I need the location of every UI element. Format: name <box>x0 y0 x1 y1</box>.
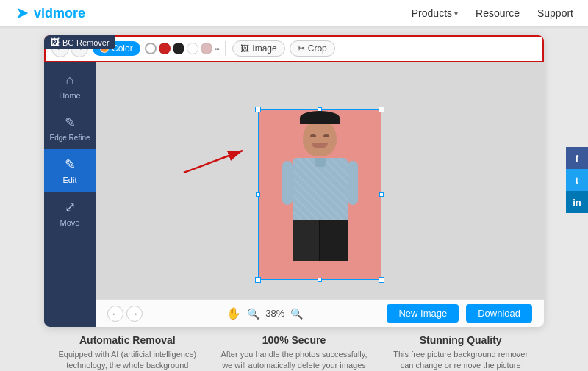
edge-refine-icon: ✎ <box>65 115 76 131</box>
toolbar-separator <box>225 41 226 56</box>
action-buttons: New Image Download <box>387 304 532 323</box>
nav-resource[interactable]: Resource <box>476 7 520 19</box>
canvas-prev-button[interactable]: ← <box>107 306 123 322</box>
handle-lm[interactable] <box>256 192 260 197</box>
main-content: 🖼 BG Remover ← → Color ··· <box>0 26 588 371</box>
social-sidebar: f t in <box>566 147 588 213</box>
bg-remover-badge: 🖼 BG Remover <box>44 35 115 49</box>
feature-secure: 100% Secure After you handle the photos … <box>220 334 368 371</box>
logo[interactable]: vidmore <box>15 5 85 21</box>
edit-icon: ✎ <box>65 156 76 173</box>
black-swatch[interactable] <box>173 43 184 54</box>
image-button[interactable]: 🖼 Image <box>232 40 284 57</box>
editor-content: ⌂ Home ✎ Edge Refine ✎ Edit ⤢ Move <box>44 62 544 327</box>
zoom-in-icon[interactable]: 🔍 <box>290 308 303 320</box>
handle-bm[interactable] <box>318 278 322 282</box>
facebook-button[interactable]: f <box>566 147 588 169</box>
edited-image <box>258 109 381 280</box>
canvas-area: ← → ✋ 🔍 38% 🔍 New Image Download <box>96 62 544 327</box>
edit-toolbar: ← → Color ··· 🖼 Image ✂ Cr <box>44 35 544 62</box>
crop-button[interactable]: ✂ Crop <box>290 40 335 57</box>
twitter-button[interactable]: t <box>566 169 588 191</box>
sidebar-item-edge-refine[interactable]: ✎ Edge Refine <box>44 107 96 149</box>
logo-icon <box>15 5 31 21</box>
canvas-footer: ← → ✋ 🔍 38% 🔍 New Image Download <box>96 299 544 327</box>
header: vidmore Products ▾ Resource Support <box>0 0 588 26</box>
svg-line-2 <box>184 151 243 173</box>
zoom-controls: ✋ 🔍 38% 🔍 <box>226 306 303 320</box>
color-swatches: ··· <box>145 43 219 54</box>
nav-products[interactable]: Products ▾ <box>412 7 458 19</box>
logo-text: vidmore <box>34 6 85 21</box>
arrow-annotation <box>140 136 257 195</box>
linkedin-button[interactable]: in <box>566 191 588 213</box>
handle-rm[interactable] <box>379 192 384 197</box>
more-swatches-button[interactable]: ··· <box>215 43 219 54</box>
feature-automatic: Automatic Removal Equipped with AI (arti… <box>54 334 201 371</box>
feature-quality: Stunning Quality This free picture backg… <box>387 334 534 371</box>
move-icon: ⤢ <box>65 199 76 215</box>
products-arrow-icon: ▾ <box>454 10 458 18</box>
red-swatch[interactable] <box>159 43 171 54</box>
features-row: Automatic Removal Equipped with AI (arti… <box>44 327 544 371</box>
handle-br[interactable] <box>379 277 384 283</box>
facebook-icon: f <box>576 153 578 164</box>
twitter-icon: t <box>576 175 578 186</box>
transparent-swatch[interactable] <box>145 43 157 54</box>
handle-tr[interactable] <box>379 107 384 112</box>
handle-tl[interactable] <box>255 107 261 112</box>
sidebar-item-home[interactable]: ⌂ Home <box>44 65 96 107</box>
canvas-next-button[interactable]: → <box>126 306 143 322</box>
zoom-level: 38% <box>265 308 284 319</box>
zoom-out-icon[interactable]: 🔍 <box>247 308 259 320</box>
bg-icon: 🖼 <box>50 37 60 48</box>
image-icon: 🖼 <box>240 43 249 54</box>
canvas-nav-arrows: ← → <box>107 306 143 322</box>
new-image-button[interactable]: New Image <box>387 304 459 323</box>
white-swatch[interactable] <box>187 43 198 54</box>
nav-support[interactable]: Support <box>537 7 573 19</box>
logo-prefix: v <box>34 6 41 21</box>
pink-swatch[interactable] <box>201 43 212 54</box>
crop-icon: ✂ <box>298 43 305 54</box>
handle-bl[interactable] <box>255 277 261 283</box>
linkedin-icon: in <box>573 197 581 208</box>
svg-marker-0 <box>18 8 29 19</box>
sidebar-item-edit[interactable]: ✎ Edit <box>44 149 96 192</box>
download-button[interactable]: Download <box>466 304 532 323</box>
main-nav: Products ▾ Resource Support <box>412 7 573 19</box>
home-icon: ⌂ <box>66 73 74 88</box>
pan-icon[interactable]: ✋ <box>226 306 241 320</box>
sidebar-item-move[interactable]: ⤢ Move <box>44 192 96 234</box>
app-window: 🖼 BG Remover ← → Color ··· <box>44 35 544 327</box>
sidebar: ⌂ Home ✎ Edge Refine ✎ Edit ⤢ Move <box>44 62 96 327</box>
